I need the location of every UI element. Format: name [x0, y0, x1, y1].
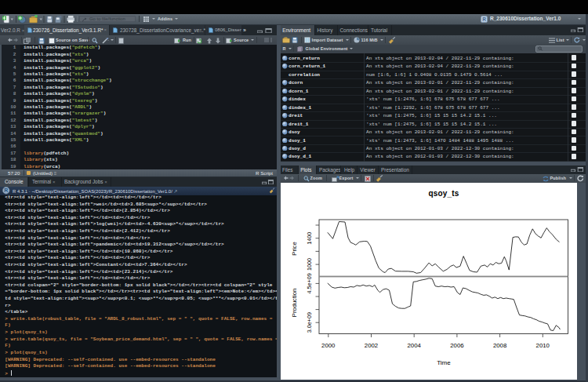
- svg-text:2004: 2004: [407, 342, 421, 349]
- svg-text:3.0e+09: 3.0e+09: [306, 312, 313, 333]
- svg-text:Production: Production: [290, 289, 297, 317]
- svg-text:R: R: [4, 188, 8, 194]
- svg-text:R: R: [482, 16, 486, 21]
- svg-text:Price: Price: [290, 242, 297, 255]
- svg-text:2010: 2010: [535, 342, 550, 349]
- svg-text:2000: 2000: [321, 342, 336, 349]
- svg-text:1400: 1400: [306, 232, 313, 245]
- svg-text:2006: 2006: [450, 342, 463, 349]
- svg-text:2002: 2002: [364, 342, 377, 349]
- svg-text:2008: 2008: [492, 342, 506, 349]
- svg-text:1000: 1000: [306, 258, 313, 271]
- svg-text:4.5e+09: 4.5e+09: [306, 273, 313, 293]
- svg-text:qsoy_ts: qsoy_ts: [428, 189, 459, 198]
- svg-text:Time: Time: [437, 359, 451, 366]
